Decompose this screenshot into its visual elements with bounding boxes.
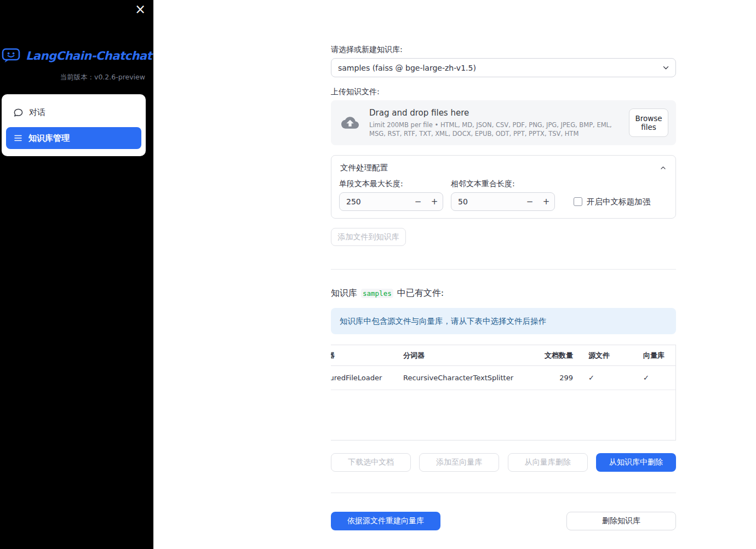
kb-select-value: samples (faiss @ bge-large-zh-v1.5) bbox=[338, 64, 662, 72]
uploader-title: Drag and drop files here bbox=[369, 108, 629, 118]
table-row[interactable]: UnstructuredFileLoader RecursiveCharacte… bbox=[331, 366, 676, 390]
kb-files-heading: 知识库 samples 中已有文件: bbox=[331, 288, 676, 299]
add-to-vector-store-button[interactable]: 添加至向量库 bbox=[419, 453, 499, 472]
checkbox-box[interactable] bbox=[574, 197, 582, 206]
sidebar: × LangChain-Chatchat 当前版本：v0.2.6-preview bbox=[0, 0, 153, 549]
chunk-overlap-label: 相邻文本重合长度: bbox=[451, 180, 555, 187]
list-icon bbox=[13, 133, 23, 143]
logo-chat-icon bbox=[2, 48, 21, 63]
cell-source-file-check: ✓ bbox=[581, 374, 635, 382]
zh-title-enhance-label: 开启中文标题加强 bbox=[587, 197, 650, 207]
cell-splitter: RecursiveCharacterTextSplitter bbox=[396, 374, 520, 382]
chunk-size-decrement-button[interactable]: − bbox=[410, 197, 426, 207]
file-uploader-dropzone[interactable]: Drag and drop files here Limit 200MB per… bbox=[331, 100, 676, 145]
divider bbox=[331, 493, 676, 493]
table-header-doc-count: 文档数量 bbox=[520, 351, 581, 361]
kb-heading-prefix: 知识库 bbox=[331, 288, 357, 299]
chunk-size-value: 250 bbox=[340, 197, 410, 206]
table-header-vector-store: 向量库 bbox=[635, 351, 676, 361]
delete-from-vector-store-button[interactable]: 从向量库删除 bbox=[508, 453, 588, 472]
browse-files-button[interactable]: Browse files bbox=[629, 108, 668, 137]
download-selected-button[interactable]: 下载选中文档 bbox=[331, 453, 411, 472]
chunk-overlap-field: 相邻文本重合长度: 50 − + bbox=[451, 180, 555, 211]
version-text: 当前版本：v0.2.6-preview bbox=[0, 73, 153, 82]
uploader-text: Drag and drop files here Limit 200MB per… bbox=[369, 108, 629, 138]
table-header-splitter: 分词器 bbox=[396, 351, 520, 361]
kb-select-label: 请选择或新建知识库: bbox=[331, 45, 676, 53]
files-table: 文件加载器 分词器 文档数量 源文件 向量库 UnstructuredFileL… bbox=[331, 345, 676, 441]
chevron-up-icon bbox=[660, 164, 667, 171]
cell-doc-count: 299 bbox=[520, 374, 581, 382]
config-expander-header[interactable]: 文件处理配置 bbox=[331, 156, 675, 180]
sidebar-item-label: 对话 bbox=[29, 107, 45, 118]
sidebar-item-knowledge-base[interactable]: 知识库管理 bbox=[6, 127, 141, 149]
info-banner: 知识库中包含源文件与向量库，请从下表中选择文件后操作 bbox=[331, 308, 676, 334]
app-logo: LangChain-Chatchat bbox=[0, 48, 153, 63]
file-actions-row: 下载选中文档 添加至向量库 从向量库删除 从知识库中删除 bbox=[331, 453, 676, 472]
config-expander-body: 单段文本最大长度: 250 − + 相邻文本重合长度: 50 − + bbox=[331, 180, 675, 219]
kb-heading-suffix: 中已有文件: bbox=[397, 288, 444, 299]
main-area: 请选择或新建知识库: samples (faiss @ bge-large-zh… bbox=[153, 0, 756, 549]
chunk-size-input[interactable]: 250 − + bbox=[339, 192, 443, 211]
chunk-overlap-input[interactable]: 50 − + bbox=[451, 192, 555, 211]
app-window: × LangChain-Chatchat 当前版本：v0.2.6-preview bbox=[0, 0, 756, 549]
divider bbox=[331, 269, 676, 270]
zh-title-enhance-checkbox[interactable]: 开启中文标题加强 bbox=[574, 197, 650, 206]
kb-name-code: samples bbox=[361, 289, 393, 298]
table-header-loader: 文件加载器 bbox=[331, 351, 396, 361]
chunk-size-field: 单段文本最大长度: 250 − + bbox=[339, 180, 443, 211]
config-expander: 文件处理配置 单段文本最大长度: 250 − + bbox=[331, 155, 676, 219]
sidebar-menu: 对话 知识库管理 bbox=[2, 94, 146, 156]
delete-from-kb-button[interactable]: 从知识库中删除 bbox=[596, 453, 676, 472]
chunk-size-label: 单段文本最大长度: bbox=[339, 180, 443, 187]
delete-kb-button[interactable]: 删除知识库 bbox=[566, 512, 676, 530]
uploader-limit: Limit 200MB per file • HTML, MD, JSON, C… bbox=[369, 121, 627, 138]
cell-vector-store-check: ✓ bbox=[635, 374, 676, 382]
table-header-source-file: 源文件 bbox=[581, 351, 635, 361]
sidebar-item-label: 知识库管理 bbox=[28, 133, 70, 144]
table-header-row: 文件加载器 分词器 文档数量 源文件 向量库 bbox=[331, 345, 676, 366]
logo-text: LangChain-Chatchat bbox=[26, 49, 152, 62]
cell-loader: UnstructuredFileLoader bbox=[331, 374, 396, 382]
chunk-overlap-decrement-button[interactable]: − bbox=[522, 197, 538, 207]
cloud-upload-icon bbox=[340, 114, 360, 131]
chat-bubble-icon bbox=[13, 107, 24, 118]
chunk-size-increment-button[interactable]: + bbox=[426, 197, 443, 207]
kb-actions-row: 依据源文件重建向量库 删除知识库 bbox=[331, 512, 676, 530]
info-text: 知识库中包含源文件与向量库，请从下表中选择文件后操作 bbox=[340, 316, 546, 327]
chunk-overlap-value: 50 bbox=[451, 197, 522, 206]
rebuild-vector-store-button[interactable]: 依据源文件重建向量库 bbox=[331, 512, 440, 530]
sidebar-close-button[interactable]: × bbox=[135, 2, 146, 17]
chevron-down-icon bbox=[662, 64, 670, 72]
sidebar-item-chat[interactable]: 对话 bbox=[6, 101, 141, 123]
chunk-overlap-increment-button[interactable]: + bbox=[538, 197, 554, 207]
kb-select[interactable]: samples (faiss @ bge-large-zh-v1.5) bbox=[331, 58, 676, 77]
add-files-button[interactable]: 添加文件到知识库 bbox=[331, 228, 406, 246]
config-expander-title: 文件处理配置 bbox=[340, 163, 388, 173]
upload-label: 上传知识文件: bbox=[331, 88, 676, 95]
